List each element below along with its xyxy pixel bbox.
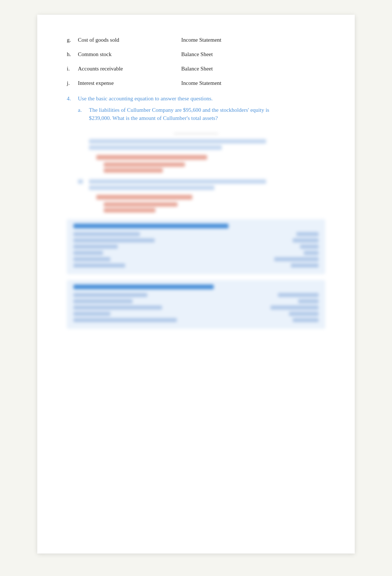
blur-row-10 — [73, 312, 319, 316]
letter-h: h. — [67, 51, 78, 58]
list-item-i: i. Accounts receivable Balance Sheet — [67, 66, 325, 72]
section4-sub-a: a. The liabilities of Cullumber Company … — [78, 106, 325, 123]
term-j: Interest expense — [78, 80, 181, 86]
answer-i: Balance Sheet — [181, 66, 213, 72]
blur-cell-6r — [291, 263, 319, 268]
blur-cell-2r — [293, 238, 319, 242]
items-list: g. Cost of goods sold Income Statement h… — [67, 37, 325, 86]
list-item-h: h. Common stock Balance Sheet — [67, 51, 325, 58]
section4-instruction: Use the basic accounting equation to ans… — [78, 94, 213, 103]
answer-j: Income Statement — [181, 80, 221, 86]
blur-line-2 — [89, 145, 222, 150]
blur-title-1 — [96, 155, 207, 160]
blur-sub-4 — [104, 208, 155, 213]
blur-row-11 — [73, 318, 319, 322]
blur-row-4 — [73, 251, 319, 255]
blur-row-5 — [73, 257, 319, 261]
answer-g: Income Statement — [181, 37, 221, 43]
letter-g: g. — [67, 37, 78, 43]
blur-cell-5r — [274, 257, 319, 261]
blur-q-b-line1 — [89, 179, 266, 184]
answer-h: Balance Sheet — [181, 51, 213, 58]
term-h: Common stock — [78, 51, 181, 58]
blur-row-9 — [73, 306, 319, 310]
blurred-q-b — [78, 179, 325, 192]
blur-sub-1 — [104, 162, 185, 167]
blur-title-2 — [96, 195, 192, 200]
term-g: Cost of goods sold — [78, 37, 181, 43]
page: g. Cost of goods sold Income Statement h… — [37, 15, 355, 553]
blur-cell-11l — [73, 318, 177, 322]
blur-cell-9l — [73, 306, 162, 310]
answer-separator — [174, 134, 218, 134]
blur-row-1 — [73, 232, 319, 236]
blur-cell-10l — [73, 312, 110, 316]
blur-q-b-line2 — [89, 186, 214, 190]
blur-cell-2l — [73, 238, 155, 242]
letter-i: i. — [67, 66, 78, 72]
blur-line-1 — [89, 139, 266, 144]
list-item-g: g. Cost of goods sold Income Statement — [67, 37, 325, 43]
blur-row-2 — [73, 238, 319, 242]
sub-a-text: The liabilities of Cullumber Company are… — [89, 106, 281, 123]
blurred-text-b — [89, 179, 325, 192]
blur-cell-1r — [296, 232, 319, 236]
blur-cell-11r — [293, 318, 319, 322]
blurred-table-block-1 — [67, 219, 325, 274]
section4: 4. Use the basic accounting equation to … — [67, 94, 325, 123]
blurred-formula-a — [96, 155, 325, 173]
blurred-formula-b — [96, 195, 325, 213]
sub-a-letter: a. — [78, 107, 89, 113]
blur-table-title-2 — [73, 284, 214, 289]
blur-cell-6l — [73, 263, 125, 268]
blur-sub-2 — [104, 168, 163, 173]
blurred-answers-area — [67, 134, 325, 329]
blur-sub-3 — [104, 202, 178, 207]
blur-cell-1l — [73, 232, 140, 236]
blur-row-8 — [73, 299, 319, 303]
section4-number-label: 4. — [67, 96, 78, 102]
term-i: Accounts receivable — [78, 66, 181, 72]
blur-cell-3r — [300, 245, 319, 249]
letter-j: j. — [67, 80, 78, 86]
blur-cell-8r — [298, 299, 319, 303]
blur-cell-8l — [73, 299, 133, 303]
blur-row-3 — [73, 245, 319, 249]
blur-cell-3l — [73, 245, 118, 249]
blur-cell-10r — [289, 312, 319, 316]
blur-cell-9r — [271, 306, 319, 310]
blur-cell-5l — [73, 257, 110, 261]
blurred-table-block-2 — [67, 280, 325, 329]
blur-cell-4r — [304, 251, 319, 255]
blur-cell-4l — [73, 251, 103, 255]
blurred-letter-b — [78, 179, 89, 186]
blur-row-7 — [73, 293, 319, 297]
blur-cell-7l — [73, 293, 147, 297]
blur-row-6 — [73, 263, 319, 268]
blur-table-title-1 — [73, 224, 228, 228]
blurred-answer-a — [89, 139, 325, 150]
list-item-j: j. Interest expense Income Statement — [67, 80, 325, 86]
blur-letter-b-line — [78, 179, 83, 184]
blur-cell-7r — [278, 293, 319, 297]
section4-header: 4. Use the basic accounting equation to … — [67, 94, 325, 103]
